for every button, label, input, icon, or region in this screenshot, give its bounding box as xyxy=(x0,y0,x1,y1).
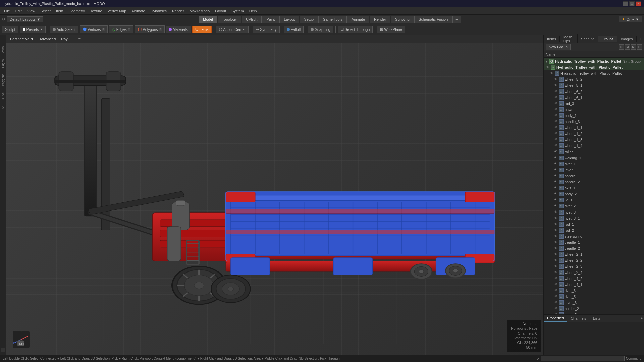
list-item[interactable]: 👁⬡Hydraulic_Trolley_with_Plastic_Pallet xyxy=(544,70,644,76)
panel-expand-button[interactable]: + xyxy=(641,316,643,320)
visibility-icon[interactable]: 👁 xyxy=(554,180,558,184)
auto-select-button[interactable]: Auto Select xyxy=(50,26,78,33)
list-item[interactable]: 👁⬡roller xyxy=(544,149,644,155)
visibility-icon[interactable]: 👁 xyxy=(554,283,558,287)
visibility-icon[interactable]: 👁 xyxy=(554,198,558,202)
list-item[interactable]: 👁⬡lever xyxy=(544,167,644,173)
visibility-icon[interactable]: 👁 xyxy=(554,102,558,106)
visibility-icon[interactable]: 👁 xyxy=(554,126,558,130)
tab-items[interactable]: Items xyxy=(544,36,560,42)
list-item[interactable]: 👁⬡wheel_1_1 xyxy=(544,125,644,131)
visibility-icon[interactable]: 👁 xyxy=(554,96,558,100)
menu-select[interactable]: Select xyxy=(38,8,53,14)
visibility-icon[interactable]: 👁 xyxy=(554,258,558,262)
tab-channels[interactable]: Channels xyxy=(567,315,589,321)
visibility-icon[interactable]: 👁 xyxy=(554,301,558,305)
menu-dynamics[interactable]: Dynamics xyxy=(148,8,169,14)
items-button[interactable]: ⬡ Items xyxy=(192,26,212,33)
menu-system[interactable]: System xyxy=(229,8,247,14)
list-item[interactable]: 👁⬡body_2 xyxy=(544,191,644,197)
visibility-icon[interactable]: 👁 xyxy=(554,246,558,250)
tab-properties[interactable]: Properties xyxy=(544,315,567,322)
tab-topology[interactable]: Topology xyxy=(218,16,241,23)
visibility-icon[interactable]: 👁 xyxy=(554,83,558,87)
sidebar-collapse-btn[interactable] xyxy=(1,348,5,352)
layout-dropdown[interactable]: Default Layouts ▼ xyxy=(7,16,43,22)
list-item[interactable]: 👁⬡wheel_6_2 xyxy=(544,88,644,95)
visibility-icon[interactable]: 👁 xyxy=(554,289,558,293)
sidebar-verts[interactable]: Verts xyxy=(1,44,5,56)
list-item[interactable]: 👁⬡body_1 xyxy=(544,113,644,119)
menu-geometry[interactable]: Geometry xyxy=(66,8,87,14)
visibility-icon[interactable]: 👁 xyxy=(554,77,558,81)
sidebar-curve[interactable]: Curve xyxy=(1,89,5,103)
close-button[interactable]: × xyxy=(636,1,641,6)
list-item[interactable]: 👁GHydraulic_Trolley_with_Plastic_Pallet xyxy=(544,64,644,70)
tab-scripting[interactable]: Scripting xyxy=(391,16,414,23)
visibility-icon[interactable]: 👁 xyxy=(554,295,558,299)
visibility-icon[interactable]: 👁 xyxy=(554,150,558,154)
list-item[interactable]: 👁⬡rivet_6 xyxy=(544,288,644,294)
advanced-dropdown[interactable]: Advanced xyxy=(38,36,57,42)
tab-groups[interactable]: Groups xyxy=(598,36,617,42)
select-through-button[interactable]: ⊡ Select Through xyxy=(338,26,373,33)
menu-view[interactable]: View xyxy=(24,8,38,14)
list-item[interactable]: 👁⬡handle_2 xyxy=(544,179,644,185)
visibility-icon[interactable]: 👁 xyxy=(554,228,558,232)
visibility-icon[interactable]: 👁 xyxy=(554,144,558,148)
vertices-button[interactable]: ⬟ Vertices 3 xyxy=(80,25,108,33)
visibility-icon[interactable]: 👁 xyxy=(550,71,554,75)
panel-icon-2[interactable]: ◀ xyxy=(625,44,630,50)
panel-icon-1[interactable]: ⊞ xyxy=(619,44,624,50)
sidebar-uv[interactable]: UV xyxy=(1,104,5,113)
list-item[interactable]: 👁⬡rivet_5 xyxy=(544,294,644,300)
edges-button[interactable]: ◇ Edges 2 xyxy=(109,25,134,33)
list-item[interactable]: 👁⬡rivet_3 xyxy=(544,209,644,215)
list-item[interactable]: 👁⬡lid_1 xyxy=(544,197,644,203)
tab-model[interactable]: Model xyxy=(199,16,217,23)
polygons-button[interactable]: ⬡ Polygons 3 xyxy=(135,25,165,33)
menu-maxtomodo[interactable]: MaxToModo xyxy=(187,8,212,14)
menu-edit[interactable]: Edit xyxy=(13,8,24,14)
visibility-icon[interactable]: 👁 xyxy=(554,264,558,268)
visibility-icon[interactable]: 👁 xyxy=(554,168,558,172)
menu-item[interactable]: Item xyxy=(53,8,66,14)
list-item[interactable]: 👁⬡wheel_2_2 xyxy=(544,257,644,263)
list-item[interactable]: 👁⬡axis_1 xyxy=(544,185,644,191)
visibility-icon[interactable]: 👁 xyxy=(554,108,558,112)
viewport-canvas[interactable]: X Y Z cube No Items Polygons : Face Chan… xyxy=(6,43,543,355)
list-item[interactable]: 👁⬡rivet_3_1 xyxy=(544,215,644,221)
visibility-icon[interactable]: 👁 xyxy=(554,186,558,190)
list-item[interactable]: 👁⬡rivet_1 xyxy=(544,161,644,167)
list-item[interactable]: 👁⬡wheel_6_1 xyxy=(544,95,644,101)
tab-uvedit[interactable]: UVEdit xyxy=(241,16,262,23)
falloff-button[interactable]: Falloff xyxy=(284,26,304,33)
visibility-icon[interactable]: 👁 xyxy=(554,120,558,124)
list-item[interactable]: 👁⬡welding_1 xyxy=(544,155,644,161)
list-item[interactable]: 👁⬡treadle_2 xyxy=(544,245,644,251)
only-button[interactable]: ★ Only ▼ xyxy=(619,16,642,22)
list-item[interactable]: 👁⬡wheel_5_2 xyxy=(544,76,644,82)
menu-help[interactable]: Help xyxy=(247,8,260,14)
visibility-icon[interactable]: 👁 xyxy=(554,210,558,214)
ray-gl-dropdown[interactable]: Ray GL: Off xyxy=(60,36,82,42)
menu-animate[interactable]: Animate xyxy=(129,8,148,14)
tab-schematic-fusion[interactable]: Schematic Fusion xyxy=(414,16,452,23)
tab-paint[interactable]: Paint xyxy=(262,16,279,23)
list-item[interactable]: 👁⬡wheel_2_3 xyxy=(544,263,644,269)
sculpt-button[interactable]: Sculpt xyxy=(2,26,18,33)
viewport[interactable]: Perspective ▼ Advanced Ray GL: Off ⊞ 🔍 ⚙… xyxy=(6,35,543,355)
action-center-button[interactable]: ◎ Action Center xyxy=(216,26,249,33)
visibility-icon[interactable]: 👁 xyxy=(554,222,558,226)
perspective-dropdown[interactable]: Perspective ▼ xyxy=(9,36,35,42)
list-item[interactable]: 👁⬡wheel_4_2 xyxy=(544,276,644,282)
list-item[interactable]: 👁⬡handle_3 xyxy=(544,119,644,125)
visibility-icon[interactable]: 👁 xyxy=(554,162,558,166)
visibility-icon[interactable]: 👁 xyxy=(554,192,558,196)
panel-icon-3[interactable]: ▶ xyxy=(631,44,636,50)
visibility-icon[interactable]: 👁 xyxy=(554,156,558,160)
visibility-icon[interactable]: 👁 xyxy=(554,174,558,178)
visibility-icon[interactable]: 👁 xyxy=(554,307,558,311)
list-item[interactable]: 👁⬡wheel_1_2 xyxy=(544,131,644,137)
list-item[interactable]: 👁⬡holder_2 xyxy=(544,306,644,312)
